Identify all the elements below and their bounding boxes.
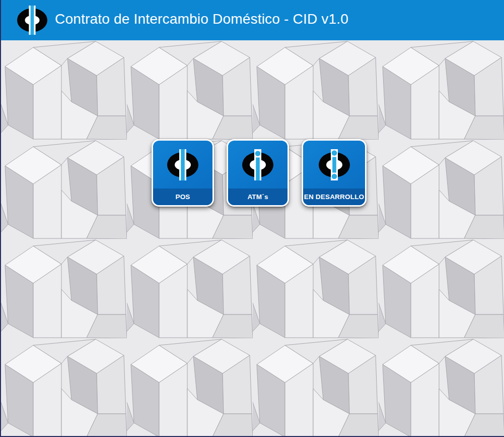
menu-tiles: POS ATM´s bbox=[152, 139, 367, 207]
pos-button-label: POS bbox=[175, 193, 190, 201]
pos-logo-icon bbox=[153, 141, 212, 189]
atms-label-strip: ATM´s bbox=[228, 189, 287, 205]
atms-button-label: ATM´s bbox=[247, 193, 268, 201]
header-bar: Contrato de Intercambio Doméstico - CID … bbox=[1, 0, 504, 40]
en-desarrollo-button[interactable]: EN DESARROLLO bbox=[302, 139, 367, 207]
pos-button[interactable]: POS bbox=[152, 139, 214, 207]
app-logo-icon bbox=[17, 5, 48, 35]
background-pattern bbox=[1, 40, 504, 437]
en-desarrollo-logo-icon bbox=[303, 141, 365, 189]
main-area: POS ATM´s bbox=[1, 40, 504, 437]
page-title: Contrato de Intercambio Doméstico - CID … bbox=[55, 12, 348, 28]
en-desarrollo-button-label: EN DESARROLLO bbox=[304, 193, 365, 201]
app-window: Contrato de Intercambio Doméstico - CID … bbox=[0, 0, 504, 437]
atms-logo-icon bbox=[228, 141, 287, 189]
atms-button[interactable]: ATM´s bbox=[227, 139, 289, 207]
en-desarrollo-label-strip: EN DESARROLLO bbox=[303, 189, 365, 205]
pos-label-strip: POS bbox=[153, 189, 212, 205]
